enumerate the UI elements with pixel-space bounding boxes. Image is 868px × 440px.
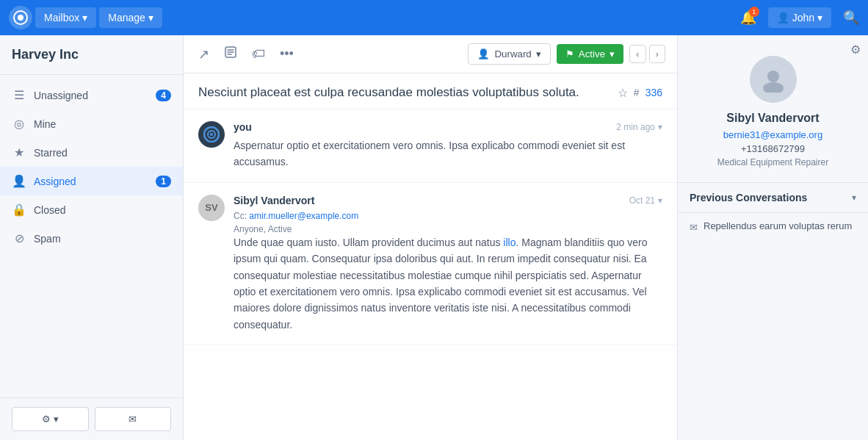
compose-icon: ✉ <box>129 414 137 425</box>
unassigned-count: 4 <box>156 90 171 101</box>
notifications-icon[interactable]: 🔔 1 <box>740 10 756 26</box>
unassigned-icon: ☰ <box>12 88 26 102</box>
svg-point-5 <box>210 133 213 136</box>
next-arrow-icon: › <box>656 48 659 59</box>
contact-card: Sibyl Vandervort bernie31@example.org +1… <box>678 41 868 183</box>
expand-icon[interactable]: ▾ <box>658 195 662 206</box>
message-sender: Sibyl Vandervort <box>234 195 314 206</box>
expand-icon[interactable]: ▾ <box>658 122 662 132</box>
panel-settings-button[interactable]: ⚙ <box>850 43 861 57</box>
message-time: Oct 21 ▾ <box>629 195 662 206</box>
message-sender: you <box>234 121 252 133</box>
nav-left: Mailbox ▾ Manage ▾ <box>9 6 162 29</box>
toolbar-actions: ↗ 🏷 ••• <box>195 43 297 65</box>
sidebar-footer: ⚙ ▾ ✉ <box>0 397 183 440</box>
navigation-arrows: ‹ › <box>629 45 665 63</box>
subject-header: Nesciunt placeat est culpa recusandae mo… <box>184 73 677 109</box>
assign-button[interactable]: 👤 Durward ▾ <box>468 43 550 65</box>
subject-title: Nesciunt placeat est culpa recusandae mo… <box>198 85 618 100</box>
user-name: John <box>792 12 814 24</box>
status-dropdown-arrow: ▾ <box>610 48 615 59</box>
svg-point-1 <box>18 15 23 21</box>
prev-arrow-icon: ‹ <box>636 48 639 59</box>
settings-icon: ⚙ <box>42 414 51 425</box>
message-body: Unde quae quam iusto. Ullam provident du… <box>234 234 662 333</box>
nav-right: 🔔 1 👤 John ▾ 🔍 <box>740 7 859 28</box>
spam-icon: ⊘ <box>12 231 26 245</box>
mailbox-dropdown-arrow: ▾ <box>82 12 87 24</box>
previous-conversation-item[interactable]: ✉ Repellendus earum voluptas rerum <box>678 213 868 240</box>
assignee-avatar-icon: 👤 <box>477 48 490 59</box>
message-header: you 2 min ago ▾ <box>234 121 662 133</box>
notification-badge: 1 <box>749 7 759 17</box>
messages-pane: Nesciunt placeat est culpa recusandae mo… <box>184 73 677 440</box>
previous-conversations-header: Previous Conversations ▾ <box>678 183 868 213</box>
sidebar-nav: ☰ Unassigned 4 ◎ Mine ★ Starred 👤 Assign… <box>0 75 183 397</box>
sidebar-item-closed[interactable]: 🔒 Closed <box>0 195 183 224</box>
user-menu-button[interactable]: 👤 John ▾ <box>768 7 831 28</box>
time-text: Oct 21 <box>629 195 655 206</box>
sidebar-item-spam[interactable]: ⊘ Spam <box>0 224 183 253</box>
top-navigation: Mailbox ▾ Manage ▾ 🔔 1 👤 John ▾ 🔍 <box>0 0 868 35</box>
subject-meta: ☆ # 336 <box>618 86 662 100</box>
sidebar-label-assigned: Assigned <box>34 176 148 187</box>
ticket-hash: # <box>634 87 640 98</box>
message-header: Sibyl Vandervort Oct 21 ▾ <box>234 195 662 206</box>
starred-icon: ★ <box>12 145 26 159</box>
main-layout: Harvey Inc ☰ Unassigned 4 ◎ Mine ★ Starr… <box>0 35 868 440</box>
company-name: Harvey Inc <box>0 35 183 75</box>
closed-icon: 🔒 <box>12 203 26 217</box>
assignee-name: Durward <box>494 48 531 59</box>
sidebar-label-starred: Starred <box>34 147 171 159</box>
edit-button[interactable] <box>221 43 240 65</box>
flag-icon: ⚑ <box>565 48 574 59</box>
manage-label: Manage <box>108 12 145 24</box>
mine-icon: ◎ <box>12 117 26 131</box>
settings-dropdown-arrow: ▾ <box>54 414 59 425</box>
previous-conversations-title: Previous Conversations <box>690 192 807 203</box>
message-content: you 2 min ago ▾ Aspernatur optio et exer… <box>234 121 662 170</box>
svg-point-7 <box>763 82 784 93</box>
previous-conversations-toggle[interactable]: ▾ <box>852 192 856 203</box>
prev-conversation-button[interactable]: ‹ <box>629 45 645 63</box>
inline-link[interactable]: illo <box>503 237 516 248</box>
forward-button[interactable]: ↗ <box>195 43 212 65</box>
sidebar-item-assigned[interactable]: 👤 Assigned 1 <box>0 167 183 195</box>
cc-label: Cc: <box>234 211 247 221</box>
prev-convo-mail-icon: ✉ <box>690 222 698 233</box>
sidebar-item-unassigned[interactable]: ☰ Unassigned 4 <box>0 81 183 109</box>
tag-button[interactable]: 🏷 <box>249 43 268 65</box>
mailbox-menu-button[interactable]: Mailbox ▾ <box>35 7 96 28</box>
status-button[interactable]: ⚑ Active ▾ <box>557 44 623 64</box>
star-button[interactable]: ☆ <box>618 86 628 100</box>
sidebar-item-starred[interactable]: ★ Starred <box>0 138 183 167</box>
assigned-icon: 👤 <box>12 174 26 188</box>
content-area: ↗ 🏷 ••• <box>184 35 677 440</box>
user-dropdown-arrow: ▾ <box>817 12 822 24</box>
manage-menu-button[interactable]: Manage ▾ <box>99 7 162 28</box>
message-body: Aspernatur optio et exercitationem vero … <box>234 137 662 170</box>
previous-conversations-section: Previous Conversations ▾ ✉ Repellendus e… <box>678 183 868 240</box>
status-label: Active <box>579 48 605 59</box>
message-item: SV Sibyl Vandervort Oct 21 ▾ Cc: amir.mu… <box>184 183 677 345</box>
user-icon: 👤 <box>777 12 789 24</box>
message-cc: Cc: amir.mueller@example.com <box>234 211 662 221</box>
mailbox-label: Mailbox <box>44 12 79 24</box>
contact-email[interactable]: bernie31@example.org <box>690 129 856 140</box>
compose-button[interactable]: ✉ <box>95 407 172 431</box>
message-content: Sibyl Vandervort Oct 21 ▾ Cc: amir.muell… <box>234 195 662 333</box>
sidebar-item-mine[interactable]: ◎ Mine <box>0 109 183 138</box>
right-panel: ⚙ Sibyl Vandervort bernie31@example.org … <box>677 35 868 440</box>
more-icon: ••• <box>280 46 294 61</box>
settings-button[interactable]: ⚙ ▾ <box>12 407 89 431</box>
next-conversation-button[interactable]: › <box>649 45 665 63</box>
assignee-dropdown-arrow: ▾ <box>536 48 541 59</box>
sidebar-label-closed: Closed <box>34 204 171 216</box>
message-item: you 2 min ago ▾ Aspernatur optio et exer… <box>184 109 677 183</box>
edit-icon <box>224 47 237 62</box>
search-icon[interactable]: 🔍 <box>843 10 859 26</box>
contact-role: Medical Equipment Repairer <box>690 157 856 167</box>
more-button[interactable]: ••• <box>277 43 297 65</box>
cc-email[interactable]: amir.mueller@example.com <box>249 211 358 221</box>
avatar: SV <box>198 195 225 221</box>
